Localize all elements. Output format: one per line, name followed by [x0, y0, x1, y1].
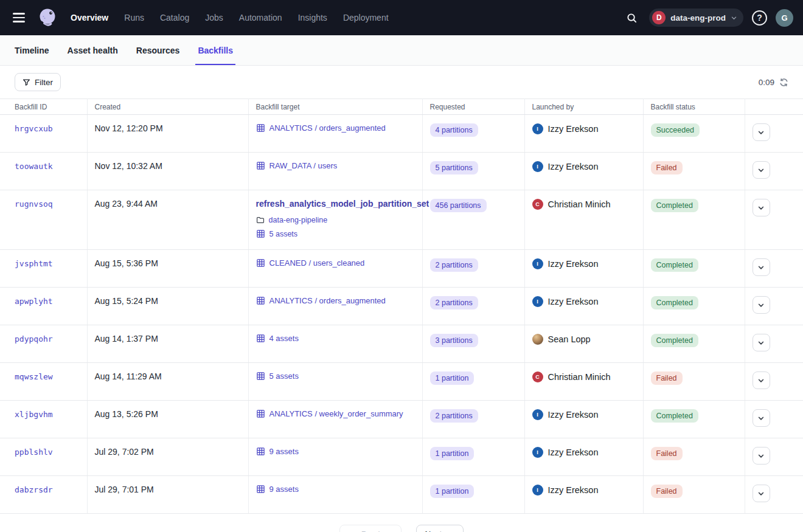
search-icon[interactable]: [622, 9, 641, 27]
nav-item-automation[interactable]: Automation: [239, 13, 282, 22]
row-actions-button[interactable]: [753, 447, 770, 465]
row-actions-button[interactable]: [753, 296, 770, 314]
chevron-down-icon: [757, 377, 765, 384]
next-page-label: Next: [425, 530, 442, 532]
tab-timeline[interactable]: Timeline: [15, 35, 49, 65]
user-initial-avatar: I: [532, 123, 543, 134]
column-header: Backfill target: [248, 99, 422, 115]
table-row: apwplyht Aug 15, 5:24 PM ANALYTICS / ord…: [0, 288, 803, 325]
backfill-id-link[interactable]: dabzrsdr: [15, 485, 53, 494]
backfill-id-link[interactable]: xljbgvhm: [15, 410, 53, 419]
backfills-table-header: Backfill IDCreatedBackfill targetRequest…: [0, 99, 803, 115]
row-actions-button[interactable]: [753, 334, 770, 351]
launched-by: IIzzy Erekson: [532, 258, 636, 269]
target-subline[interactable]: 5 assets: [256, 229, 415, 238]
table-row: jvsphtmt Aug 15, 5:36 PM CLEANED / users…: [0, 250, 803, 288]
asset-grid-icon: [256, 296, 265, 305]
row-actions-button[interactable]: [753, 199, 770, 216]
requested-partitions-badge: 3 partitions: [430, 334, 478, 347]
table-row: rugnvsoq Aug 23, 9:44 AM refresh_analyti…: [0, 190, 803, 250]
asset-grid-icon: [256, 229, 265, 238]
chevron-down-icon: [757, 339, 765, 347]
tab-asset-health[interactable]: Asset health: [68, 35, 118, 65]
created-timestamp: Aug 13, 5:26 PM: [95, 409, 158, 419]
column-header: Requested: [422, 99, 524, 115]
asset-grid-icon: [256, 409, 265, 418]
user-avatar[interactable]: G: [776, 9, 793, 27]
status-badge: Completed: [651, 296, 698, 309]
status-badge: Failed: [651, 485, 683, 498]
row-actions-button[interactable]: [753, 371, 770, 389]
backfill-target-job-link[interactable]: refresh_analytics_model_job_partition_se…: [256, 199, 415, 209]
row-actions-button[interactable]: [753, 485, 770, 502]
top-nav-items: OverviewRunsCatalogJobsAutomationInsight…: [71, 13, 389, 22]
nav-item-runs[interactable]: Runs: [124, 13, 144, 22]
requested-partitions-badge: 1 partition: [430, 447, 474, 460]
asset-grid-icon: [256, 447, 265, 456]
target-subline[interactable]: data-eng-pipeline: [256, 216, 415, 224]
row-actions-button[interactable]: [753, 258, 770, 276]
deployment-name: data-eng-prod: [670, 13, 726, 22]
user-initial-avatar: I: [532, 258, 543, 269]
backfill-id-link[interactable]: toowautk: [15, 162, 53, 171]
requested-partitions-badge: 2 partitions: [430, 258, 478, 272]
row-actions-button[interactable]: [753, 409, 770, 427]
status-badge: Completed: [651, 409, 698, 423]
backfill-id-link[interactable]: rugnvsoq: [15, 199, 53, 209]
created-timestamp: Aug 14, 1:37 PM: [95, 334, 158, 344]
backfill-target-link[interactable]: 9 assets: [256, 447, 415, 456]
user-initial-avatar: C: [532, 199, 543, 210]
backfill-id-link[interactable]: ppblshlv: [15, 447, 53, 457]
arrow-left-icon: ←: [348, 530, 356, 532]
backfill-target-link[interactable]: ANALYTICS / orders_augmented: [256, 123, 415, 133]
backfill-target-link[interactable]: 4 assets: [256, 334, 415, 343]
row-actions-button[interactable]: [753, 123, 770, 141]
backfill-target-link[interactable]: ANALYTICS / orders_augmented: [256, 296, 415, 305]
previous-page-button[interactable]: ← Previous: [339, 525, 401, 532]
backfill-id-link[interactable]: jvsphtmt: [15, 259, 53, 268]
help-icon[interactable]: ?: [752, 10, 767, 26]
filter-button[interactable]: Filter: [15, 73, 61, 91]
nav-item-jobs[interactable]: Jobs: [205, 13, 223, 22]
deployment-switcher[interactable]: D data-eng-prod: [649, 9, 743, 27]
backfill-target-link[interactable]: ANALYTICS / weekly_order_summary: [256, 409, 415, 418]
table-row: mqwszlew Aug 14, 11:29 AM 5 assets 1 par…: [0, 363, 803, 401]
requested-partitions-badge: 2 partitions: [430, 409, 478, 423]
requested-partitions-badge: 1 partition: [430, 485, 474, 498]
status-badge: Failed: [651, 371, 683, 385]
backfills-toolbar: Filter 0:09: [0, 66, 803, 98]
created-timestamp: Aug 15, 5:36 PM: [95, 258, 158, 268]
menu-icon[interactable]: [9, 7, 29, 28]
chevron-down-icon: [731, 15, 737, 21]
tab-backfills[interactable]: Backfills: [198, 35, 233, 65]
launched-by: IIzzy Erekson: [532, 161, 636, 172]
refresh-icon[interactable]: [779, 78, 788, 87]
row-actions-button[interactable]: [753, 161, 770, 179]
backfill-id-link[interactable]: apwplyht: [15, 297, 53, 306]
table-row: dabzrsdr Jul 29, 7:01 PM 9 assets 1 part…: [0, 476, 803, 514]
backfill-target-link[interactable]: 5 assets: [256, 371, 415, 381]
nav-item-overview[interactable]: Overview: [71, 13, 108, 22]
nav-item-insights[interactable]: Insights: [298, 13, 327, 22]
launched-by: Sean Lopp: [532, 334, 636, 345]
next-page-button[interactable]: Next →: [416, 525, 463, 532]
backfill-target-link[interactable]: RAW_DATA / users: [256, 161, 415, 170]
backfill-id-link[interactable]: pdypqohr: [15, 334, 53, 344]
backfill-target-link[interactable]: CLEANED / users_cleaned: [256, 258, 415, 268]
chevron-down-icon: [757, 167, 765, 174]
nav-item-catalog[interactable]: Catalog: [160, 13, 189, 22]
created-timestamp: Jul 29, 7:01 PM: [95, 485, 154, 494]
dagster-logo-icon[interactable]: [34, 4, 61, 31]
backfill-id-link[interactable]: mqwszlew: [15, 372, 53, 381]
launched-by: IIzzy Erekson: [532, 123, 636, 134]
backfill-target-link[interactable]: 9 assets: [256, 485, 415, 494]
user-initial-avatar: I: [532, 409, 543, 420]
nav-item-deployment[interactable]: Deployment: [343, 13, 389, 22]
table-row: pdypqohr Aug 14, 1:37 PM 4 assets 3 part…: [0, 325, 803, 363]
column-header: Launched by: [524, 99, 643, 115]
backfill-id-link[interactable]: hrgvcxub: [15, 124, 53, 133]
arrow-right-icon: →: [447, 530, 455, 532]
tab-resources[interactable]: Resources: [136, 35, 180, 65]
launched-by: CChristian Minich: [532, 199, 636, 210]
created-timestamp: Aug 23, 9:44 AM: [95, 199, 158, 209]
